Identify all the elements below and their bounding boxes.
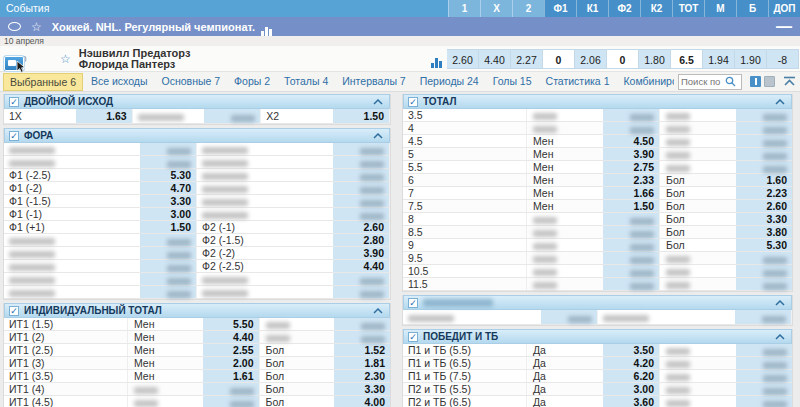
odd-value[interactable] <box>333 286 389 298</box>
odd-value[interactable]: 4.50 <box>603 135 659 147</box>
odd-value[interactable] <box>736 383 792 395</box>
odd-value[interactable] <box>736 148 792 160</box>
tab-market[interactable]: Интервалы 7 <box>336 73 411 91</box>
event-odd-cell[interactable]: 4.40 <box>479 49 511 69</box>
odd-value[interactable]: 2.23 <box>736 187 792 199</box>
odd-value[interactable]: 1.60 <box>736 174 792 186</box>
odd-value[interactable] <box>603 122 659 134</box>
event-odd-cell[interactable]: 0 <box>543 49 575 69</box>
odd-value[interactable] <box>736 265 792 277</box>
odd-value[interactable] <box>334 331 390 343</box>
odd-value[interactable]: 3.50 <box>603 344 659 356</box>
event-chart-icon[interactable] <box>431 50 443 68</box>
odd-value[interactable] <box>603 278 659 290</box>
tab-market[interactable]: Статистика 1 <box>540 73 616 91</box>
odd-value[interactable]: 1.81 <box>334 357 390 369</box>
odd-value[interactable]: 3.30 <box>736 213 792 225</box>
odd-value[interactable]: 1.50 <box>603 200 659 212</box>
odd-value[interactable] <box>334 318 390 330</box>
collapse-league-icon[interactable]: — <box>776 18 792 36</box>
odd-value[interactable] <box>736 370 792 382</box>
odd-value[interactable] <box>140 234 196 246</box>
statistics-chart-icon[interactable] <box>261 18 273 36</box>
checkbox-icon[interactable]: ✓ <box>9 131 19 141</box>
favorite-event-star-icon[interactable]: ☆ <box>60 52 71 66</box>
tab-market[interactable]: Все исходы <box>85 73 154 91</box>
odd-value[interactable] <box>735 310 791 324</box>
odd-value[interactable] <box>140 273 196 285</box>
event-odd-cell[interactable]: 1.94 <box>703 49 735 69</box>
event-odd-cell[interactable]: 2.06 <box>575 49 607 69</box>
event-odd-cell[interactable]: 1.90 <box>735 49 767 69</box>
odd-value[interactable]: 5.30 <box>140 169 196 181</box>
odd-value[interactable]: 3.60 <box>603 396 659 407</box>
odd-value[interactable]: 4.70 <box>140 182 196 194</box>
odd-value[interactable] <box>736 135 792 147</box>
tab-market[interactable]: Тоталы 4 <box>278 73 334 91</box>
odd-value[interactable] <box>140 156 196 168</box>
search-box[interactable] <box>678 74 742 90</box>
checkbox-icon[interactable]: ✓ <box>408 332 418 342</box>
checkbox-icon[interactable]: ✓ <box>408 298 418 308</box>
odd-value[interactable] <box>333 169 389 181</box>
checkbox-icon[interactable]: ✓ <box>9 97 19 107</box>
chevron-up-icon[interactable] <box>373 133 383 139</box>
odd-value[interactable] <box>333 208 389 220</box>
odd-value[interactable] <box>603 226 659 238</box>
event-odd-cell[interactable]: 2.27 <box>511 49 543 69</box>
odd-value[interactable] <box>603 109 659 121</box>
odd-value[interactable]: 3.00 <box>140 208 196 220</box>
odd-value[interactable]: 2.00 <box>203 357 259 369</box>
tab-market[interactable]: Форы 2 <box>228 73 276 91</box>
odd-value[interactable]: 4.40 <box>333 260 389 272</box>
odd-value[interactable]: 2.55 <box>203 344 259 356</box>
odd-value[interactable] <box>736 357 792 369</box>
event-odd-cell[interactable]: 6.5 <box>671 49 703 69</box>
odd-value[interactable]: 2.75 <box>603 161 659 173</box>
odd-value[interactable]: 3.80 <box>736 226 792 238</box>
odd-value[interactable]: 2.60 <box>333 221 389 233</box>
odd-value[interactable]: 3.90 <box>603 148 659 160</box>
odd-value[interactable] <box>736 109 792 121</box>
one-column-view-icon[interactable] <box>764 76 775 87</box>
tab-market[interactable]: Комбинированные 11 <box>617 73 674 91</box>
odd-value[interactable] <box>333 195 389 207</box>
odd-value[interactable]: 3.00 <box>603 383 659 395</box>
odd-value[interactable] <box>204 109 260 123</box>
odd-value[interactable]: 3.30 <box>140 195 196 207</box>
tab-selected[interactable]: Выбранные 6 <box>3 73 83 91</box>
odd-value[interactable] <box>140 260 196 272</box>
odd-value[interactable] <box>203 383 259 395</box>
odd-value[interactable] <box>603 252 659 264</box>
odd-value[interactable] <box>333 143 389 155</box>
odd-value[interactable] <box>140 286 196 298</box>
event-odd-cell[interactable]: -8 <box>767 49 799 69</box>
odd-value[interactable] <box>203 396 259 407</box>
odd-value[interactable]: 4.40 <box>203 331 259 343</box>
odd-value[interactable]: 1.50 <box>140 221 196 233</box>
odd-value[interactable]: 5.30 <box>736 239 792 251</box>
odd-value[interactable]: 2.33 <box>603 174 659 186</box>
odd-value[interactable]: 1.61 <box>203 370 259 382</box>
odd-value[interactable]: 1.50 <box>333 109 389 123</box>
chevron-up-icon[interactable] <box>775 334 785 340</box>
chevron-up-icon[interactable] <box>373 308 383 314</box>
odd-value[interactable] <box>333 273 389 285</box>
odd-value[interactable]: 5.50 <box>203 318 259 330</box>
odd-value[interactable]: 6.20 <box>603 370 659 382</box>
chevron-up-icon[interactable] <box>373 99 383 105</box>
odd-value[interactable]: 2.80 <box>333 234 389 246</box>
odd-value[interactable]: 2.60 <box>736 200 792 212</box>
odd-value[interactable] <box>736 344 792 356</box>
odd-value[interactable] <box>736 278 792 290</box>
tab-market[interactable]: Основные 7 <box>156 73 227 91</box>
event-odd-cell[interactable]: 2.60 <box>447 49 479 69</box>
odd-value[interactable] <box>333 182 389 194</box>
odd-value[interactable] <box>736 122 792 134</box>
chevron-up-icon[interactable] <box>775 99 785 105</box>
odd-value[interactable]: 4.20 <box>603 357 659 369</box>
chevron-up-icon[interactable] <box>775 300 785 306</box>
event-odd-cell[interactable]: 1.80 <box>639 49 671 69</box>
odd-value[interactable] <box>736 252 792 264</box>
team-names[interactable]: Нэшвилл Предаторз Флорида Пантерз <box>79 48 191 70</box>
